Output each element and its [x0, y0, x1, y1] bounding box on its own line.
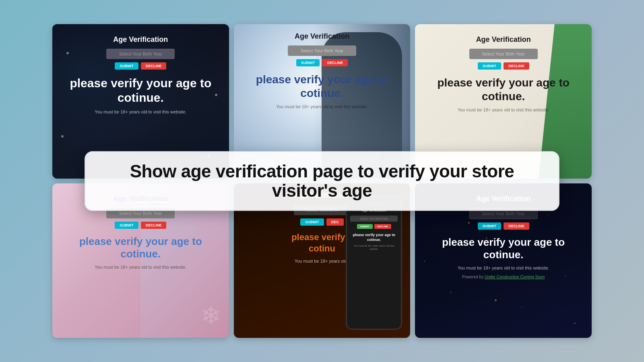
card-5-verify-text-cont: cotinu	[309, 243, 335, 254]
banner-overlay: Show age verification page to verify you…	[85, 151, 559, 211]
phone-decline-btn[interactable]: DECLINE	[374, 224, 391, 229]
card-6-sub-text: You must be 18+ years old to visit this …	[458, 265, 549, 271]
card-1-action-buttons: SUBMIT DECLINE	[115, 62, 166, 70]
card-2-title: Age Verification	[295, 32, 349, 41]
card-2-sub-text: You must be 18+ years old to visit this …	[276, 104, 368, 110]
card-3-sub-text: You must be 18+ years old to visit this …	[458, 107, 549, 113]
card-5-decline-btn[interactable]: DEC	[326, 218, 344, 226]
card-1-submit-btn[interactable]: SUBMIT	[115, 62, 138, 70]
card-6-decline-btn[interactable]: DECLINE	[504, 222, 529, 230]
card-3-decline-btn[interactable]: DECLINE	[504, 62, 529, 70]
card-5-sub-text: You must be 18+ years old t	[295, 258, 349, 264]
card-4-action-buttons: SUBMIT DECLINE	[115, 222, 166, 229]
card-3-title: Age Verification	[476, 35, 531, 44]
card-4-verify-text: please verify your age to cotinue.	[62, 235, 219, 260]
snowflake-icon: ❄	[201, 302, 221, 330]
card-1-sub-text: You must be 18+ years old to visit this …	[95, 109, 186, 115]
card-4-decline-btn[interactable]: DECLINE	[141, 222, 167, 229]
card-6-powered-by: Powered by Under Construction Coming Soo…	[462, 275, 545, 279]
card-5-submit-btn[interactable]: SUBMIT	[300, 218, 324, 226]
card-3-submit-btn[interactable]: SUBMIT	[478, 62, 502, 70]
phone-submit-btn[interactable]: SUBMIT	[357, 224, 373, 229]
card-2-select-btn[interactable]: Select Your Birth Year	[288, 45, 356, 56]
card-1-verify-text: please verify your age to cotinue.	[62, 76, 219, 105]
main-container: Age Verification Select Your Birth Year …	[52, 24, 592, 338]
phone-buttons: SUBMIT DECLINE	[357, 224, 391, 229]
card-3-select-btn[interactable]: Select Your Birth Year	[469, 49, 538, 59]
card-6-action-buttons: SUBMIT DECLINE	[478, 222, 529, 230]
card-1-select-btn[interactable]: Select Your Birth Year	[106, 49, 175, 59]
card-1-decline-btn[interactable]: DECLINE	[141, 62, 167, 70]
phone-sub-text: You must be 18+ years old to visit this …	[350, 245, 398, 251]
card-3-verify-text: please verify your age to cotinue.	[425, 76, 582, 103]
card-6-verify-text: please verify your age to cotinue.	[425, 236, 582, 261]
powered-by-label: Powered by	[462, 275, 483, 279]
card-5-action-buttons: SUBMIT DEC	[300, 218, 344, 226]
card-2-verify-text: please verify your age to cotinue.	[244, 73, 401, 100]
phone-mockup: Age Verification Select Your Birth Date …	[346, 195, 402, 330]
card-1-title: Age Verification	[113, 35, 168, 44]
card-5-verify-text: please verify y	[291, 232, 353, 243]
card-2-submit-btn[interactable]: SUBMIT	[296, 59, 320, 66]
card-6-submit-btn[interactable]: SUBMIT	[478, 222, 502, 230]
powered-by-link[interactable]: Under Construction Coming Soon	[485, 275, 545, 279]
card-4-submit-btn[interactable]: SUBMIT	[115, 222, 138, 229]
phone-select: Select Your Birth Date	[350, 216, 398, 222]
card-2-decline-btn[interactable]: DECLINE	[322, 59, 348, 66]
card-2-action-buttons: SUBMIT DECLINE	[296, 59, 348, 66]
phone-verify-text: please verify your age to cotinue.	[350, 233, 398, 242]
banner-text: Show age verification page to verify you…	[105, 162, 539, 201]
card-4-sub-text: You must be 18+ years old to visit this …	[95, 264, 186, 270]
card-3-action-buttons: SUBMIT DECLINE	[478, 62, 529, 70]
